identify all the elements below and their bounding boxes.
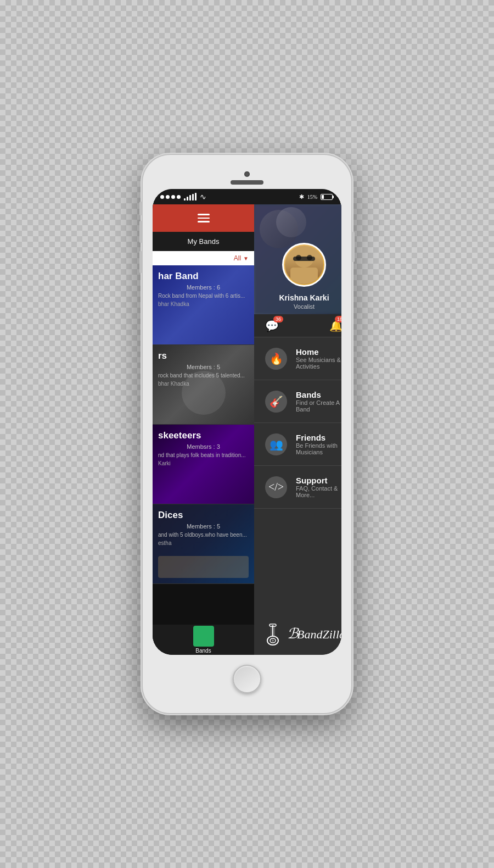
band-name: skeeteers [158,430,249,441]
hamburger-line [198,221,210,222]
right-panel: Krishna Karki Vocalist 💬 36 🔔 187 [254,204,341,655]
band-list: har Band Members : 6 Rock band from Nepa… [153,265,254,625]
volume-down-button[interactable] [139,251,142,273]
band-item[interactable]: rs Members : 5 rock band that includes 5… [153,345,254,425]
home-nav-title: Home [296,347,341,357]
code-icon: </> [268,481,284,493]
speaker [231,180,263,185]
band-creator: Karki [158,460,249,466]
signal-dots [160,195,181,199]
tab-green-icon [193,626,214,647]
bar1 [184,198,186,201]
battery-percent: 15% [307,194,317,200]
status-bar: ∿ ✱ 15% [153,189,341,204]
bands-nav-title: Bands [296,390,341,399]
profile-avatar [282,243,326,287]
band-item[interactable]: Dices Members : 5 and with 5 oldboys.who… [153,504,254,584]
avatar-svg [285,246,323,284]
band-desc: nd that plays folk beats in tradition... [158,452,249,458]
support-nav-title: Support [296,476,341,485]
my-bands-header: My Bands [153,232,254,251]
svg-point-12 [272,639,274,642]
support-icon-circle: </> [265,476,287,498]
hamburger-menu[interactable] [198,214,210,222]
messages-notif[interactable]: 💬 36 [265,319,279,332]
hamburger-line [198,214,210,215]
band-item-content: skeeteers Membsrs : 3 nd that plays folk… [153,425,254,504]
nav-item-support[interactable]: </> Support FAQ, Contact & More... [254,466,341,509]
band-item-content: Dices Members : 5 and with 5 oldboys.who… [153,504,254,583]
nav-item-bands[interactable]: 🎸 Bands Find or Create A Band [254,380,341,423]
fire-icon: 🔥 [270,352,283,365]
hamburger-line [198,218,210,219]
battery-body [321,194,333,200]
signal-bars [184,193,197,201]
filter-bar[interactable]: All ▼ [153,251,254,265]
support-nav-subtitle: FAQ, Contact & More... [296,485,341,498]
bands-nav-subtitle: Find or Create A Band [296,399,341,413]
filter-label: All [234,254,241,262]
tab-item-bands[interactable]: Bands [153,626,254,654]
band-name: Dices [158,510,249,521]
home-nav-text: Home See Musicians & Activities [296,347,341,370]
svg-rect-1 [290,268,318,284]
tab-label: Bands [195,648,211,654]
bar4 [192,194,194,201]
header-red [153,204,254,232]
band-item-content: rs Members : 5 rock band that includes 5… [153,345,254,424]
bands-icon-circle: 🎸 [265,391,287,413]
battery-tip [333,196,334,198]
nav-item-home[interactable]: 🔥 Home See Musicians & Activities [254,337,341,380]
phone-device: ∿ ✱ 15% [143,155,351,713]
band-item-content: har Band Members : 6 Rock band from Nepa… [153,265,254,344]
band-members: Members : 5 [158,523,249,530]
phone-screen: ∿ ✱ 15% [153,189,341,655]
tab-bar: Bands [153,625,254,655]
avatar-image [285,246,323,284]
bandzilla-name: BandZilla [297,627,341,642]
home-icon-circle: 🔥 [265,348,287,370]
signal-dot [166,195,170,199]
band-desc: and with 5 oldboys.who have been... [158,532,249,538]
home-button[interactable] [233,665,261,693]
signal-dot [177,195,181,199]
band-item[interactable]: har Band Members : 6 Rock band from Nepa… [153,265,254,345]
guitar-nav-icon: 🎸 [270,395,283,408]
volume-up-button[interactable] [139,221,142,243]
band-members: Members : 5 [158,364,249,370]
people-icon: 👥 [270,438,283,451]
friends-nav-subtitle: Be Friends with Musicians [296,442,341,455]
battery-fill [322,195,324,199]
camera [244,171,250,177]
home-nav-subtitle: See Musicians & Activities [296,357,341,370]
signal-dot [171,195,175,199]
profile-title: Vocalist [254,303,341,310]
band-members: Members : 6 [158,284,249,291]
profile-header: Krishna Karki Vocalist [254,204,341,314]
power-button[interactable] [352,232,355,262]
band-creator: estha [158,540,249,546]
svg-point-3 [296,255,301,260]
app-screen: My Bands All ▼ har Band Members : 6 Rock… [153,204,341,655]
svg-point-4 [307,255,312,260]
band-item[interactable]: skeeteers Membsrs : 3 nd that plays folk… [153,425,254,504]
alerts-notif[interactable]: 🔔 187 [329,319,341,332]
friends-nav-text: Friends Be Friends with Musicians [296,433,341,455]
messages-badge: 36 [273,316,283,322]
phone-bottom [153,655,341,703]
filter-arrow-icon: ▼ [243,255,249,261]
bar2 [187,197,188,201]
bluetooth-icon: ✱ [299,193,304,201]
bar5 [195,193,197,201]
band-creator: bhar Khadka [158,381,249,387]
bar3 [189,195,191,201]
left-panel: My Bands All ▼ har Band Members : 6 Rock… [153,204,254,655]
my-bands-title: My Bands [188,237,220,246]
friends-nav-title: Friends [296,433,341,442]
nav-item-friends[interactable]: 👥 Friends Be Friends with Musicians [254,423,341,466]
signal-dot [160,195,164,199]
silent-button[interactable] [139,202,142,215]
status-right: ✱ 15% [299,193,334,201]
bandzilla-logo: ℬ BandZilla [254,612,341,655]
band-desc: Rock band from Nepal with 6 artis... [158,293,249,299]
